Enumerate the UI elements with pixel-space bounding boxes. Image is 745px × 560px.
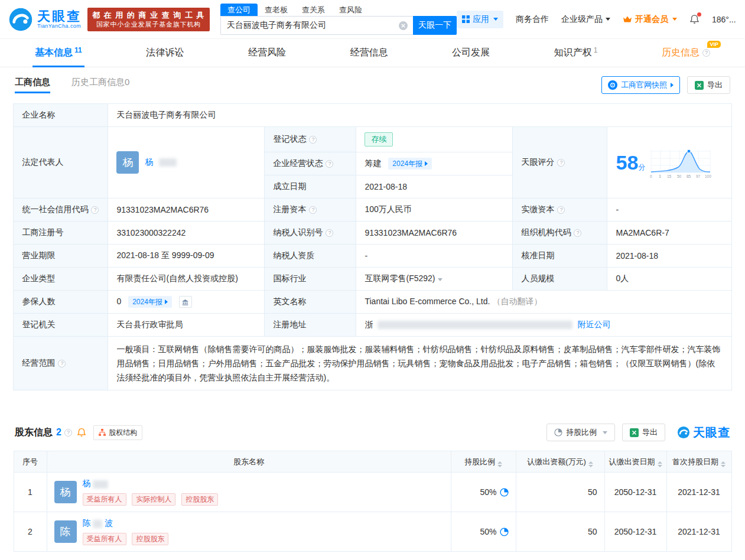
table-header-row: 序号 股东名称 持股比例 认缴出资额(万元) 认缴出资日期 首次持股日期 (14, 451, 731, 473)
tab-operation-info[interactable]: 经营信息 (347, 39, 390, 67)
field-label: 纳税人识别号? (265, 222, 356, 245)
field-label: 营业期限 (14, 245, 108, 268)
col-first-holding-date[interactable]: 首次持股日期 (666, 451, 731, 473)
notification-bell[interactable] (689, 14, 700, 25)
help-icon[interactable]: ? (326, 160, 333, 168)
table-row: 工商注册号 331023000322242 纳税人识别号? 91331023MA… (14, 222, 731, 245)
menu-enterprise[interactable]: 企业级产品 (561, 14, 610, 25)
tab-label: 公司发展 (452, 47, 490, 59)
help-icon[interactable]: ? (64, 429, 72, 437)
tag-controlling-shareholder[interactable]: 控股股东 (132, 533, 168, 545)
taxpayer-id-value: 91331023MA2MAC6R76 (356, 222, 513, 245)
search-tab-boss[interactable]: 查老板 (258, 4, 295, 16)
export-label: 导出 (642, 427, 658, 438)
shareholder-name-link[interactable]: 陈 (83, 518, 91, 528)
export-button[interactable]: 导出 (687, 76, 730, 94)
tag-actual-controller[interactable]: 实际控制人 (132, 493, 175, 506)
annual-report-tag[interactable]: 2024年报 (388, 158, 432, 170)
help-icon[interactable]: ? (309, 206, 317, 214)
equity-structure-button[interactable]: 股权结构 (93, 425, 142, 440)
search-tab-relation[interactable]: 查关系 (295, 4, 332, 16)
menu-vip[interactable]: 开通会员 (623, 14, 677, 25)
help-icon[interactable]: ? (574, 229, 581, 237)
tab-company-development[interactable]: 公司发展 (450, 39, 492, 67)
notification-dot (697, 12, 701, 17)
search-block: 查公司 查老板 查关系 查风险 天眼一下 (220, 4, 457, 35)
shareholders-table: 序号 股东名称 持股比例 认缴出资额(万元) 认缴出资日期 首次持股日期 1 杨… (14, 451, 732, 552)
table-row: 经营范围? 一般项目：互联网销售（除销售需要许可的商品）；服装服饰批发；服装辅料… (14, 337, 731, 390)
tab-operation-risk[interactable]: 经营风险 (246, 39, 288, 67)
help-icon[interactable]: ? (309, 136, 317, 144)
holding-ratio-cell: 50% (451, 473, 516, 512)
clear-icon[interactable] (398, 21, 408, 31)
annual-report-tag[interactable]: 2024年报 (128, 296, 172, 308)
sort-icon[interactable] (588, 461, 593, 467)
tab-basic-info[interactable]: 基本信息11 (32, 39, 84, 67)
help-icon[interactable]: ? (557, 206, 565, 214)
monitor-bell-icon[interactable] (77, 428, 86, 438)
nearby-companies-link[interactable]: 附近公司 (577, 320, 610, 330)
field-label: 纳税人资质 (265, 245, 356, 268)
sort-icon[interactable] (658, 461, 662, 467)
tab-badge: 11 (74, 46, 82, 54)
search-input[interactable] (221, 17, 413, 34)
tab-history-info[interactable]: 历史信息 ? VIP (659, 39, 713, 67)
shareholder-name-link[interactable]: 波 (105, 518, 113, 528)
field-label: 企业经营状态? (265, 152, 356, 175)
sort-icon[interactable] (721, 461, 726, 467)
industry-value[interactable]: 互联网零售(F5292) (356, 268, 513, 291)
help-icon[interactable]: ? (557, 159, 565, 167)
grid-icon (462, 15, 470, 23)
tag-beneficial-owner[interactable]: 受益所有人 (83, 533, 126, 545)
subtab-business-info[interactable]: 工商信息 (15, 77, 50, 93)
approval-date-value: 2021-08-18 (607, 245, 731, 268)
tianyancha-logo[interactable]: 天眼查 TianYanCha.com (8, 7, 82, 32)
svg-text:15: 15 (667, 174, 672, 178)
tab-label: 法律诉讼 (146, 47, 184, 59)
pie-chart-icon[interactable] (500, 488, 509, 497)
shareholder-name-link[interactable]: 杨 (83, 478, 91, 488)
tab-intellectual-property[interactable]: 知识产权1 (552, 39, 600, 67)
holding-ratio-filter[interactable]: 持股比例 (546, 424, 615, 441)
social-insurance-icon[interactable] (179, 296, 192, 308)
help-icon[interactable]: ? (326, 229, 333, 237)
pie-chart-icon[interactable] (500, 528, 509, 536)
table-row: 2 陈 陈 波 受益所有人 控股股东 50% (14, 512, 731, 552)
search-tab-company[interactable]: 查公司 (220, 4, 258, 16)
shareholder-avatar[interactable]: 陈 (54, 520, 77, 543)
official-snapshot-button[interactable]: 工商官网快照 (601, 76, 680, 94)
tag-beneficial-owner[interactable]: 受益所有人 (83, 493, 126, 506)
company-nav-tabs: 基本信息11 法律诉讼 经营风险 经营信息 公司发展 知识产权1 历史信息 ? … (0, 39, 745, 67)
tianyancha-watermark: 天眼查 (677, 425, 730, 441)
col-subscribe-date[interactable]: 认缴出资日期 (604, 451, 666, 473)
help-icon[interactable]: ? (702, 49, 710, 57)
reg-capital-value: 100万人民币 (356, 198, 513, 222)
help-icon[interactable]: ? (58, 360, 66, 367)
score-chart: 0 3 15 50 85 97 100 (650, 145, 711, 180)
col-holding-ratio[interactable]: 持股比例 (451, 451, 516, 473)
menu-cooperation[interactable]: 商务合作 (516, 14, 549, 25)
sort-icon[interactable] (497, 461, 502, 467)
search-button[interactable]: 天眼一下 (413, 16, 457, 35)
tab-label: 经营风险 (248, 47, 286, 59)
brand-domain: TianYanCha.com (37, 23, 82, 29)
field-label: 注册资本? (265, 198, 356, 222)
subtab-history-business-info[interactable]: 历史工商信息0 (71, 77, 129, 93)
user-account[interactable]: 186°... (712, 15, 736, 24)
shareholder-avatar[interactable]: 杨 (54, 481, 77, 503)
shareholder-tags: 受益所有人 实际控制人 控股股东 (83, 493, 222, 506)
help-icon[interactable]: ? (91, 206, 99, 214)
search-tab-risk[interactable]: 查风险 (332, 4, 369, 16)
svg-text:3: 3 (659, 174, 661, 178)
apps-menu[interactable]: 应用 (457, 11, 503, 28)
col-subscribed-amount[interactable]: 认缴出资额(万元) (516, 451, 604, 473)
legal-rep-name-link[interactable]: 杨 (145, 157, 153, 168)
tab-legal-litigation[interactable]: 法律诉讼 (144, 39, 186, 67)
col-shareholder-name: 股东名称 (47, 451, 451, 473)
field-label: 天眼评分? (513, 127, 607, 198)
legal-rep-avatar[interactable]: 杨 (116, 151, 139, 174)
score-marker-dot (687, 149, 691, 153)
tag-controlling-shareholder[interactable]: 控股股东 (181, 493, 218, 506)
export-button[interactable]: 导出 (622, 424, 665, 441)
table-row: 营业期限 2021-08-18 至 9999-09-09 纳税人资质 - 核准日… (14, 245, 731, 268)
